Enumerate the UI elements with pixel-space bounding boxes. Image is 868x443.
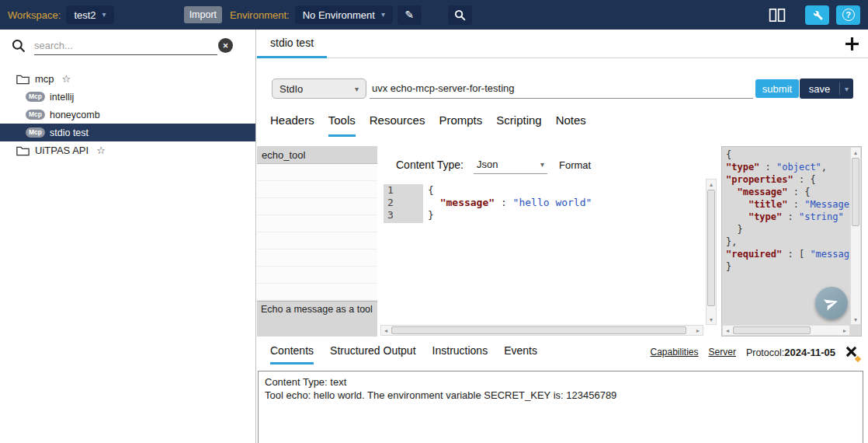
tree-item-stdio-test[interactable]: Mcpstdio test: [0, 124, 255, 141]
content-type-select[interactable]: Json ▾: [474, 155, 547, 174]
scrollbar-thumb[interactable]: [391, 326, 686, 334]
wrench-icon: [811, 9, 824, 21]
scrollbar-thumb[interactable]: [707, 190, 715, 306]
tool-list: echo_tool Echo a message as a tool: [257, 146, 377, 337]
import-button[interactable]: Import: [184, 6, 222, 23]
response-tabs: ContentsStructured OutputInstructionsEve…: [257, 344, 537, 365]
scrollbar-thumb[interactable]: [733, 326, 811, 334]
format-button[interactable]: Format: [559, 159, 591, 171]
protocol-info: Protocol:2024-11-05: [746, 347, 835, 358]
json-editor[interactable]: 123 { "message" : "hello world"}: [384, 184, 707, 223]
tree-item-intellij[interactable]: Mcpintellij: [0, 88, 255, 106]
content-type-row: Content Type: Json ▾ Format: [377, 155, 721, 174]
scroll-up-arrow[interactable]: ▴: [707, 180, 716, 189]
editor-code: { "message" : "hello world"}: [423, 184, 592, 223]
transport-select[interactable]: StdIo ▾: [272, 78, 366, 99]
subtab-prompts[interactable]: Prompts: [439, 113, 482, 137]
scroll-right-arrow[interactable]: ▸: [693, 326, 703, 335]
tools-button[interactable]: [805, 5, 829, 25]
scroll-right-arrow[interactable]: ▸: [840, 326, 849, 335]
output-line: Tool echo: hello world. The environment …: [265, 389, 856, 402]
tree-item-uitpas-api[interactable]: UiTPAS API☆: [0, 141, 255, 159]
notification-dot: [855, 356, 861, 362]
edit-environment-button[interactable]: ✎: [398, 5, 422, 25]
subtab-tools[interactable]: Tools: [328, 113, 356, 137]
environment-select-value: No Environment: [303, 9, 375, 21]
line-number: 2: [387, 197, 423, 209]
tools-workspace: echo_tool Echo a message as a tool Conte…: [257, 146, 868, 337]
star-icon[interactable]: ☆: [96, 145, 106, 156]
search-icon: [11, 38, 26, 54]
protocol-value: 2024-11-05: [784, 347, 835, 358]
response-tab-instructions[interactable]: Instructions: [432, 344, 488, 365]
workspace-select[interactable]: test2 ▾: [66, 5, 113, 24]
server-label: intellij: [50, 92, 74, 103]
subtab-scripting[interactable]: Scripting: [496, 113, 541, 137]
response-meta: Capabilities Server Protocol:2024-11-05: [650, 346, 868, 365]
schema-pane: {"type" : "object","properties" : { "mes…: [721, 146, 862, 337]
server-label: stdio test: [50, 127, 89, 138]
folder-icon: [16, 145, 30, 156]
chevron-down-icon: ▾: [381, 11, 385, 19]
line-number: 1: [387, 184, 423, 197]
response-tab-contents[interactable]: Contents: [270, 344, 314, 365]
submit-button[interactable]: submit: [755, 79, 799, 98]
mcp-badge: Mcp: [26, 92, 45, 102]
add-tab-button[interactable]: [845, 37, 859, 51]
tab-stdio-test[interactable]: stdio test: [257, 30, 327, 58]
chevron-down-icon: ▾: [355, 85, 359, 93]
request-tabstrip: stdio test: [257, 30, 868, 58]
tool-description: Echo a message as a tool: [257, 301, 377, 337]
scroll-up-arrow[interactable]: ▴: [851, 148, 860, 157]
line-number: 3: [387, 209, 423, 222]
output-line: Content Type: text: [265, 375, 856, 389]
scroll-down-arrow[interactable]: ▾: [851, 315, 860, 324]
layout-columns-icon[interactable]: [769, 9, 786, 22]
close-icon: [845, 346, 857, 358]
workspace-select-value: test2: [74, 9, 95, 21]
save-label: save: [800, 83, 839, 95]
scrollbar-thumb[interactable]: [852, 158, 859, 226]
sidebar-search-row: ✕: [0, 30, 255, 62]
close-response-button[interactable]: [845, 346, 858, 358]
server-link[interactable]: Server: [709, 347, 736, 358]
response-output: Content Type: textTool echo: hello world…: [258, 371, 863, 443]
send-button[interactable]: [815, 287, 848, 319]
search-input[interactable]: [34, 37, 217, 55]
tool-list-item-echo-tool[interactable]: echo_tool: [257, 146, 377, 164]
capabilities-link[interactable]: Capabilities: [650, 347, 698, 358]
scroll-left-arrow[interactable]: ◂: [723, 326, 732, 335]
clear-search-button[interactable]: ✕: [218, 38, 233, 53]
question-mark-icon: ?: [842, 9, 855, 21]
scroll-down-arrow[interactable]: ▾: [707, 315, 716, 324]
save-button[interactable]: save ▾: [800, 78, 853, 99]
tree-item-mcp[interactable]: mcp☆: [0, 70, 255, 88]
help-button[interactable]: ?: [836, 5, 860, 25]
response-tab-events[interactable]: Events: [504, 344, 537, 365]
transport-value: StdIo: [279, 83, 303, 95]
subtab-notes[interactable]: Notes: [556, 113, 586, 137]
editor-vscrollbar[interactable]: ▴ ▾: [706, 179, 717, 325]
content-type-value: Json: [477, 159, 498, 170]
schema-hscrollbar[interactable]: ◂ ▸: [722, 325, 850, 336]
workspace-label: Workspace:: [8, 9, 61, 21]
tool-list-empty-rows: [257, 164, 377, 301]
scroll-left-arrow[interactable]: ◂: [381, 326, 391, 335]
environment-select[interactable]: No Environment ▾: [295, 5, 393, 24]
subtab-headers[interactable]: Headers: [270, 113, 314, 137]
editor-gutter: 123: [384, 184, 423, 223]
paper-plane-icon: [821, 293, 841, 312]
request-editor-pane: Content Type: Json ▾ Format 123 { "messa…: [377, 146, 721, 337]
magnifier-icon: [453, 9, 467, 22]
tree-item-honeycomb[interactable]: Mcphoneycomb: [0, 106, 255, 124]
subtab-resources[interactable]: Resources: [370, 113, 425, 137]
response-tab-structured-output[interactable]: Structured Output: [330, 344, 416, 365]
schema-vscrollbar[interactable]: ▴ ▾: [850, 147, 861, 325]
response-tabs-bar: ContentsStructured OutputInstructionsEve…: [257, 340, 868, 365]
secret-search-button[interactable]: [448, 5, 472, 25]
editor-hscrollbar[interactable]: ◂ ▸: [380, 325, 703, 336]
request-row: StdIo ▾ submit save ▾: [257, 78, 868, 99]
columns-glyph: [769, 9, 786, 22]
server-command-input[interactable]: [370, 79, 753, 99]
star-icon[interactable]: ☆: [62, 73, 71, 85]
